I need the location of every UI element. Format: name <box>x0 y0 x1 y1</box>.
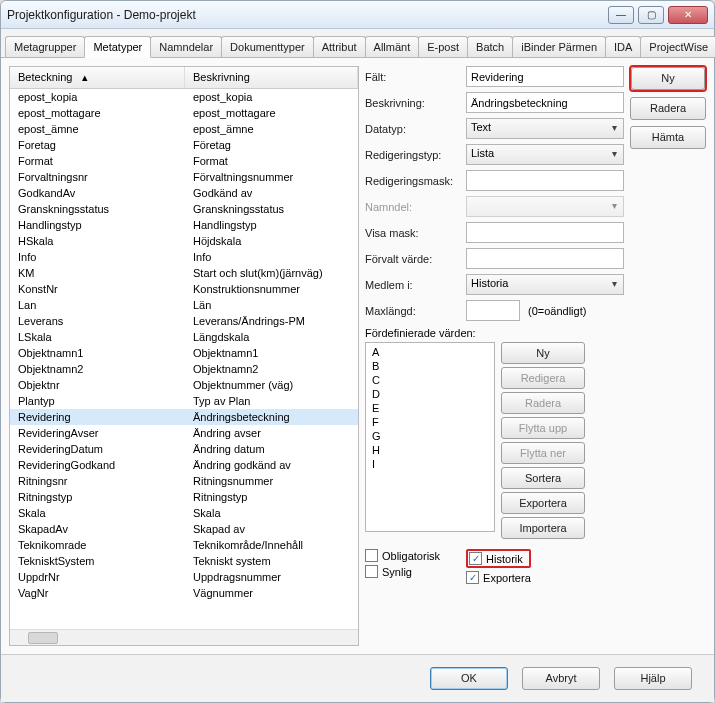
predef-item[interactable]: F <box>366 415 494 429</box>
table-row[interactable]: TeknikomradeTeknikområde/Innehåll <box>10 537 358 553</box>
table-row[interactable]: ObjektnrObjektnummer (väg) <box>10 377 358 393</box>
table-row[interactable]: Objektnamn2Objektnamn2 <box>10 361 358 377</box>
table-row[interactable]: VagNrVägnummer <box>10 585 358 601</box>
col-beteckning-header[interactable]: Beteckning ▴ <box>10 67 185 88</box>
table-row[interactable]: epost_kopiaepost_kopia <box>10 89 358 105</box>
cell-beskrivning: Handlingstyp <box>185 218 358 232</box>
horizontal-scroll-thumb[interactable] <box>28 632 58 644</box>
redigeringstyp-select[interactable]: Lista <box>466 144 624 165</box>
table-row[interactable]: Objektnamn1Objektnamn1 <box>10 345 358 361</box>
table-row[interactable]: HandlingstypHandlingstyp <box>10 217 358 233</box>
predef-item[interactable]: G <box>366 429 494 443</box>
predef-item[interactable]: D <box>366 387 494 401</box>
table-row[interactable]: KonstNrKonstruktionsnummer <box>10 281 358 297</box>
table-row[interactable]: ForvaltningsnrFörvaltningsnummer <box>10 169 358 185</box>
close-button[interactable]: ✕ <box>668 6 708 24</box>
cell-beskrivning: Teknikområde/Innehåll <box>185 538 358 552</box>
tab-dokumenttyper[interactable]: Dokumenttyper <box>221 36 314 57</box>
historik-check[interactable]: ✓ Historik <box>466 549 531 568</box>
tab-batch[interactable]: Batch <box>467 36 513 57</box>
hjalp-button[interactable]: Hjälp <box>614 667 692 690</box>
table-row[interactable]: RevideringÄndringsbeteckning <box>10 409 358 425</box>
predef-list[interactable]: ABCDEFGHI <box>365 342 495 532</box>
predef-importera-button[interactable]: Importera <box>501 517 585 539</box>
maximize-button[interactable]: ▢ <box>638 6 664 24</box>
synlig-check[interactable]: Synlig <box>365 565 440 578</box>
tab-projectwise[interactable]: ProjectWise <box>640 36 715 57</box>
table-row[interactable]: RitningstypRitningstyp <box>10 489 358 505</box>
table-row[interactable]: FormatFormat <box>10 153 358 169</box>
maxlangd-input[interactable] <box>466 300 520 321</box>
table-row[interactable]: HSkalaHöjdskala <box>10 233 358 249</box>
cell-beteckning: Objektnamn2 <box>10 362 185 376</box>
predef-item[interactable]: B <box>366 359 494 373</box>
ny-button[interactable]: Ny <box>631 67 705 90</box>
table-row[interactable]: ForetagFöretag <box>10 137 358 153</box>
table-row[interactable]: KMStart och slut(km)(järnväg) <box>10 265 358 281</box>
medlemi-select[interactable]: Historia <box>466 274 624 295</box>
table-row[interactable]: RevideringAvserÄndring avser <box>10 425 358 441</box>
minimize-button[interactable]: — <box>608 6 634 24</box>
cell-beteckning: Plantyp <box>10 394 185 408</box>
list-body[interactable]: epost_kopiaepost_kopiaepost_mottagareepo… <box>10 89 358 629</box>
predef-exportera-button[interactable]: Exportera <box>501 492 585 514</box>
datatyp-select[interactable]: Text <box>466 118 624 139</box>
radera-button[interactable]: Radera <box>630 97 706 120</box>
synlig-checkbox[interactable] <box>365 565 378 578</box>
cell-beskrivning: Höjdskala <box>185 234 358 248</box>
cell-beteckning: Teknikomrade <box>10 538 185 552</box>
hamta-button[interactable]: Hämta <box>630 126 706 149</box>
tab-metagrupper[interactable]: Metagrupper <box>5 36 85 57</box>
redigeringsmask-input[interactable] <box>466 170 624 191</box>
table-row[interactable]: RevideringGodkandÄndring godkänd av <box>10 457 358 473</box>
exportera-check[interactable]: ✓ Exportera <box>466 571 531 584</box>
table-row[interactable]: InfoInfo <box>10 249 358 265</box>
predef-redigera-button: Redigera <box>501 367 585 389</box>
table-row[interactable]: epost_mottagareepost_mottagare <box>10 105 358 121</box>
tab-e-post[interactable]: E-post <box>418 36 468 57</box>
table-row[interactable]: LeveransLeverans/Ändrings-PM <box>10 313 358 329</box>
tab-ida[interactable]: IDA <box>605 36 641 57</box>
exportera-checkbox[interactable]: ✓ <box>466 571 479 584</box>
cell-beskrivning: Längdskala <box>185 330 358 344</box>
table-row[interactable]: LSkalaLängdskala <box>10 329 358 345</box>
obligatorisk-check[interactable]: Obligatorisk <box>365 549 440 562</box>
predef-item[interactable]: A <box>366 345 494 359</box>
avbryt-button[interactable]: Avbryt <box>522 667 600 690</box>
table-row[interactable]: SkalaSkala <box>10 505 358 521</box>
table-row[interactable]: TeknisktSystemTekniskt system <box>10 553 358 569</box>
tab-namndelar[interactable]: Namndelar <box>150 36 222 57</box>
beskrivning-input[interactable] <box>466 92 624 113</box>
visamask-input[interactable] <box>466 222 624 243</box>
table-row[interactable]: GranskningsstatusGranskningsstatus <box>10 201 358 217</box>
titlebar[interactable]: Projektkonfiguration - Demo-projekt — ▢ … <box>1 1 714 29</box>
table-row[interactable]: LanLän <box>10 297 358 313</box>
table-row[interactable]: GodkandAvGodkänd av <box>10 185 358 201</box>
obligatorisk-checkbox[interactable] <box>365 549 378 562</box>
medlemi-label: Medlem i: <box>365 279 460 291</box>
cell-beskrivning: Ändringsbeteckning <box>185 410 358 424</box>
forvalt-input[interactable] <box>466 248 624 269</box>
ok-button[interactable]: OK <box>430 667 508 690</box>
predef-item[interactable]: H <box>366 443 494 457</box>
predef-sortera-button[interactable]: Sortera <box>501 467 585 489</box>
col-beskrivning-header[interactable]: Beskrivning <box>185 67 358 88</box>
table-row[interactable]: PlantypTyp av Plan <box>10 393 358 409</box>
historik-checkbox[interactable]: ✓ <box>469 552 482 565</box>
horizontal-scrollbar[interactable] <box>10 629 358 645</box>
tab-metatyper[interactable]: Metatyper <box>84 36 151 58</box>
table-row[interactable]: SkapadAvSkapad av <box>10 521 358 537</box>
table-row[interactable]: RitningsnrRitningsnummer <box>10 473 358 489</box>
cell-beteckning: Granskningsstatus <box>10 202 185 216</box>
table-row[interactable]: epost_ämneepost_ämne <box>10 121 358 137</box>
tab-allmänt[interactable]: Allmänt <box>365 36 420 57</box>
tab-ibinder-pärmen[interactable]: iBinder Pärmen <box>512 36 606 57</box>
falt-input[interactable] <box>466 66 624 87</box>
tab-attribut[interactable]: Attribut <box>313 36 366 57</box>
predef-ny-button[interactable]: Ny <box>501 342 585 364</box>
predef-item[interactable]: C <box>366 373 494 387</box>
table-row[interactable]: UppdrNrUppdragsnummer <box>10 569 358 585</box>
predef-item[interactable]: E <box>366 401 494 415</box>
predef-item[interactable]: I <box>366 457 494 471</box>
table-row[interactable]: RevideringDatumÄndring datum <box>10 441 358 457</box>
